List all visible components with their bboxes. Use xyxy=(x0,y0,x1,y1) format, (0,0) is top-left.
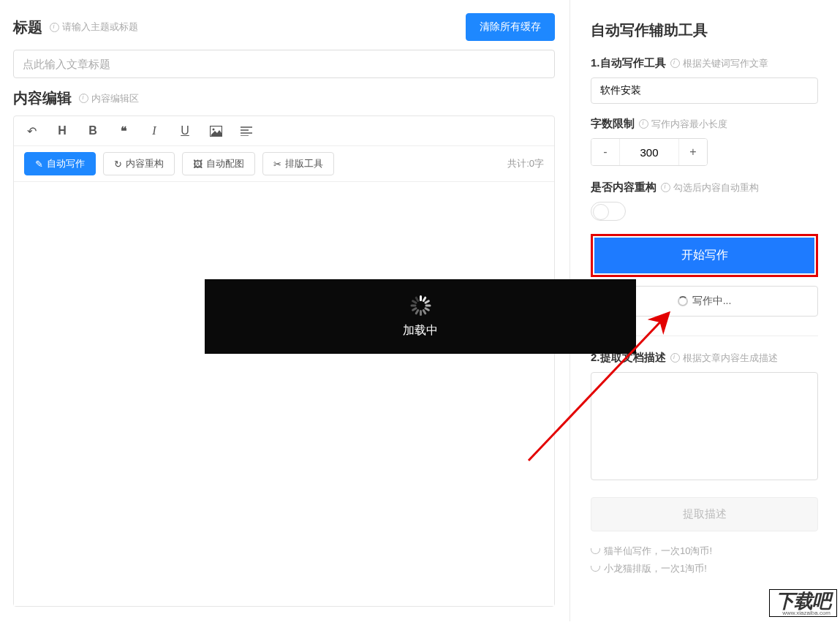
info-icon xyxy=(79,94,88,103)
extract-button[interactable]: 提取描述 xyxy=(591,497,818,531)
word-limit-label: 字数限制 xyxy=(591,117,635,131)
content-edit-label: 内容编辑 xyxy=(13,90,72,106)
image-icon[interactable] xyxy=(208,124,223,138)
refresh-icon: ↻ xyxy=(114,159,122,170)
stepper-plus-button[interactable]: + xyxy=(679,139,707,165)
editor-container: ↶ H B ❝ I U ✎自动写作 ↻内容重构 🖼自动配图 ✂排版工具 共计:0… xyxy=(13,115,555,607)
underline-icon[interactable]: U xyxy=(178,124,192,138)
loading-text: 加载中 xyxy=(403,323,438,338)
tools-icon: ✂ xyxy=(273,159,281,170)
word-limit-hint: 写作内容最小长度 xyxy=(639,118,727,131)
title-label: 标题 xyxy=(13,19,42,35)
highlight-annotation: 开始写作 xyxy=(591,234,818,277)
section1-label: 1.自动写作工具 xyxy=(591,56,666,70)
word-count: 共计:0字 xyxy=(507,157,544,170)
footnote-1: 猫半仙写作，一次10淘币! xyxy=(591,545,818,558)
restructure-button[interactable]: ↻内容重构 xyxy=(103,152,175,175)
bold-icon[interactable]: B xyxy=(86,124,100,138)
description-textarea[interactable] xyxy=(591,372,818,480)
info-icon xyxy=(661,183,670,192)
start-write-button[interactable]: 开始写作 xyxy=(594,238,814,273)
layout-tool-button[interactable]: ✂排版工具 xyxy=(262,152,334,175)
pencil-icon: ✎ xyxy=(35,159,43,170)
keyword-input[interactable] xyxy=(591,77,818,104)
quote-icon[interactable]: ❝ xyxy=(116,124,131,138)
auto-write-button[interactable]: ✎自动写作 xyxy=(24,152,96,175)
info-icon xyxy=(50,23,59,32)
heading-icon[interactable]: H xyxy=(55,124,69,138)
watermark: 下载吧 www.xiazaiba.com xyxy=(769,589,837,617)
spinner-icon xyxy=(678,296,688,306)
word-limit-input[interactable] xyxy=(619,139,679,165)
section2-hint: 根据文章内容生成描述 xyxy=(670,352,778,365)
info-icon xyxy=(670,353,680,363)
title-input[interactable] xyxy=(13,50,555,78)
editor-textarea[interactable] xyxy=(14,182,554,606)
sidebar-title: 自动写作辅助工具 xyxy=(591,20,818,40)
bowl-icon xyxy=(591,548,600,554)
info-icon xyxy=(670,58,680,68)
restructure-toggle-label: 是否内容重构 xyxy=(591,181,657,194)
undo-icon[interactable]: ↶ xyxy=(24,124,39,138)
stepper-minus-button[interactable]: - xyxy=(591,139,619,165)
info-icon xyxy=(639,119,648,129)
restructure-toggle[interactable] xyxy=(591,202,626,221)
title-hint: 请输入主题或标题 xyxy=(50,20,138,34)
format-toolbar: ↶ H B ❝ I U xyxy=(14,116,554,146)
auto-image-button[interactable]: 🖼自动配图 xyxy=(182,152,255,175)
picture-icon: 🖼 xyxy=(193,159,203,170)
footnote-2: 小龙猫排版，一次1淘币! xyxy=(591,562,818,575)
loading-overlay: 加载中 xyxy=(205,279,636,354)
italic-icon[interactable]: I xyxy=(147,124,162,138)
restructure-hint: 勾选后内容自动重构 xyxy=(661,181,759,194)
section1-hint: 根据关键词写作文章 xyxy=(670,57,768,70)
bowl-icon xyxy=(591,566,600,572)
word-limit-stepper: - + xyxy=(591,138,708,166)
loading-spinner-icon xyxy=(410,295,431,316)
svg-point-1 xyxy=(212,128,214,130)
align-icon[interactable] xyxy=(239,124,254,138)
clear-cache-button[interactable]: 清除所有缓存 xyxy=(466,13,555,41)
content-edit-hint: 内容编辑区 xyxy=(79,92,139,105)
